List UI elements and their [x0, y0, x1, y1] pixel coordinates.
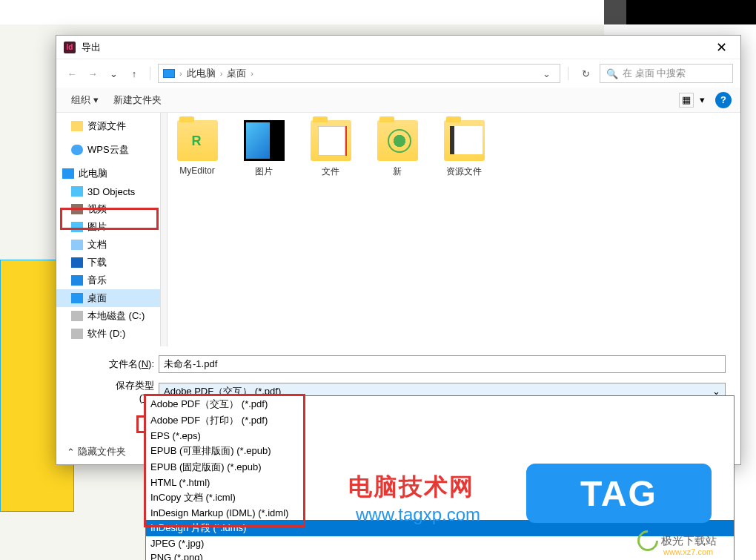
filename-label: 文件名(N): — [101, 358, 159, 371]
folder-icon — [177, 120, 218, 161]
sidebar-item-9[interactable]: 桌面 — [56, 289, 160, 307]
up-button[interactable]: ↑ — [126, 65, 142, 82]
folder-icon — [71, 121, 83, 131]
titlebar: Id 导出 ✕ — [56, 36, 740, 59]
watermark-text: 电脑技术网 — [348, 471, 474, 504]
pc-icon — [163, 69, 175, 78]
sidebar-item-1[interactable]: WPS云盘 — [56, 141, 160, 159]
sidebar-item-3[interactable]: 3D Objects — [56, 182, 160, 200]
tag-badge: TAG — [526, 464, 712, 523]
pc-icon — [62, 168, 74, 179]
separator — [568, 67, 568, 80]
indesign-icon: Id — [64, 42, 76, 53]
folder-item-2[interactable]: 文件 — [308, 120, 353, 178]
new-folder-button[interactable]: 新建文件夹 — [107, 90, 168, 110]
close-button[interactable]: ✕ — [710, 39, 733, 56]
dialog-title: 导出 — [82, 41, 710, 54]
recent-dropdown[interactable]: ⌄ — [105, 65, 122, 82]
sidebar-item-5[interactable]: 图片 — [56, 218, 160, 236]
chevron-icon: › — [220, 69, 223, 78]
sidebar-item-8[interactable]: 音乐 — [56, 271, 160, 289]
folder-item-3[interactable]: 新 — [375, 120, 420, 178]
chevron-icon: › — [251, 69, 253, 78]
organize-button[interactable]: 组织 ▾ — [65, 90, 105, 110]
folder-content[interactable]: MyEditor图片文件新资源文件 — [168, 113, 740, 346]
view-dropdown[interactable]: ▾ — [697, 94, 705, 105]
folder-item-4[interactable]: 资源文件 — [442, 120, 486, 178]
watermark-url: www.tagxp.com — [356, 504, 480, 525]
cloud-icon — [71, 145, 83, 155]
vid-icon — [71, 204, 83, 214]
breadcrumb-pc[interactable]: 此电脑 — [187, 67, 216, 80]
sidebar-item-0[interactable]: 资源文件 — [56, 117, 160, 135]
cube-icon — [71, 186, 83, 197]
folder-icon — [244, 120, 285, 161]
desk-icon — [71, 293, 83, 303]
doc-icon — [71, 240, 83, 250]
sidebar: 资源文件WPS云盘此电脑3D Objects视频图片文档下载音乐桌面本地磁盘 (… — [56, 113, 160, 346]
dialog-body: 资源文件WPS云盘此电脑3D Objects视频图片文档下载音乐桌面本地磁盘 (… — [56, 113, 740, 346]
sidebar-item-11[interactable]: 软件 (D:) — [56, 325, 160, 343]
jiguang-url: www.xz7.com — [663, 547, 713, 556]
disk-icon — [71, 329, 83, 339]
sidebar-item-2[interactable]: 此电脑 — [56, 165, 160, 182]
path-dropdown[interactable]: ⌄ — [538, 68, 555, 79]
filetype-option-3[interactable]: EPUB (可重排版面) (*.epub) — [146, 443, 734, 459]
folder-item-0[interactable]: MyEditor — [175, 120, 219, 176]
jiguang-logo-icon — [633, 526, 663, 556]
search-placeholder: 在 桌面 中搜索 — [623, 67, 686, 80]
sidebar-item-6[interactable]: 文档 — [56, 236, 160, 254]
sidebar-item-7[interactable]: 下载 — [56, 254, 160, 271]
folder-icon — [444, 120, 485, 161]
sidebar-item-10[interactable]: 本地磁盘 (C:) — [56, 307, 160, 325]
folder-item-1[interactable]: 图片 — [242, 120, 286, 178]
toolbar: 组织 ▾ 新建文件夹 ▦ ▾ ? — [56, 88, 740, 113]
sidebar-item-4[interactable]: 视频 — [56, 200, 160, 218]
dl-icon — [71, 257, 83, 268]
folder-icon — [311, 120, 351, 161]
nav-row: ← → ⌄ ↑ › 此电脑 › 桌面 › ⌄ ↻ 🔍 在 桌面 中搜索 — [56, 59, 740, 88]
back-button[interactable]: ← — [64, 65, 80, 82]
help-button[interactable]: ? — [715, 92, 732, 108]
filetype-option-1[interactable]: Adobe PDF（打印） (*.pdf) — [146, 412, 734, 429]
address-bar[interactable]: › 此电脑 › 桌面 › ⌄ — [158, 64, 560, 83]
filetype-option-2[interactable]: EPS (*.eps) — [146, 429, 734, 443]
filetype-option-10[interactable]: PNG (*.png) — [146, 550, 734, 560]
breadcrumb-desktop[interactable]: 桌面 — [227, 67, 246, 80]
chevron-icon: ⌃ — [67, 447, 75, 458]
view-mode-button[interactable]: ▦ — [679, 93, 694, 108]
forward-button[interactable]: → — [84, 65, 101, 82]
search-input[interactable]: 🔍 在 桌面 中搜索 — [600, 64, 733, 83]
disk-icon — [71, 311, 83, 321]
splitter[interactable] — [160, 113, 168, 346]
chevron-icon: › — [179, 69, 182, 78]
refresh-button[interactable]: ↻ — [576, 64, 595, 83]
hide-folders-button[interactable]: ⌃ 隐藏文件夹 — [67, 445, 126, 458]
pic-icon — [71, 222, 83, 232]
black-strip — [626, 0, 756, 24]
filename-input[interactable] — [159, 355, 726, 373]
dialog-footer: ⌃ 隐藏文件夹 — [56, 439, 136, 464]
separator — [150, 67, 150, 80]
filetype-option-0[interactable]: Adobe PDF（交互） (*.pdf) — [146, 396, 734, 412]
search-icon: 🔍 — [606, 68, 618, 79]
music-icon — [71, 275, 83, 286]
folder-icon — [377, 120, 418, 161]
